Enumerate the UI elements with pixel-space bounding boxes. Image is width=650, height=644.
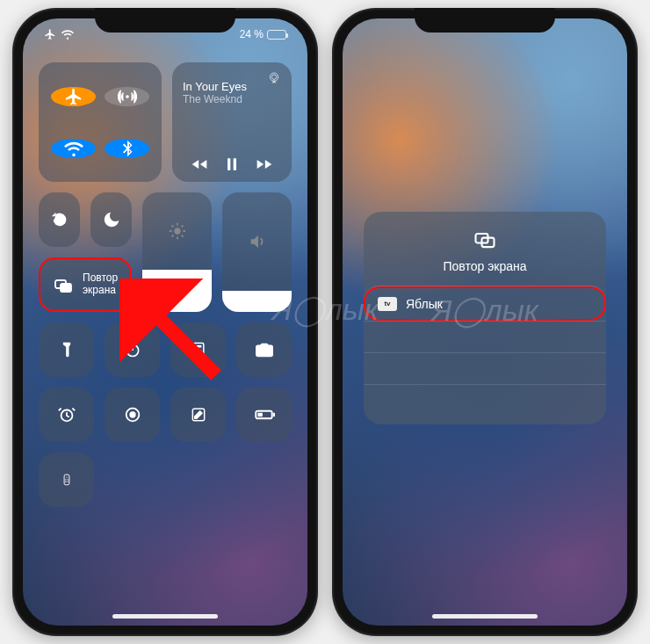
now-playing-artist: The Weeknd: [183, 93, 281, 105]
svg-point-6: [174, 228, 180, 235]
svg-rect-34: [65, 479, 66, 480]
bluetooth-toggle[interactable]: [105, 139, 149, 158]
svg-rect-31: [257, 413, 262, 416]
airplay-icon: [267, 71, 281, 85]
rewind-button[interactable]: [191, 156, 208, 173]
home-indicator[interactable]: [432, 614, 538, 619]
do-not-disturb-button[interactable]: [90, 192, 132, 247]
svg-rect-3: [58, 217, 61, 222]
svg-point-19: [198, 350, 199, 351]
low-power-button[interactable]: [236, 387, 292, 442]
notch: [415, 8, 555, 33]
svg-rect-36: [65, 481, 66, 482]
panel-title: Повтор экрана: [443, 259, 526, 273]
svg-point-20: [199, 350, 201, 351]
camera-button[interactable]: [236, 322, 292, 377]
svg-point-1: [270, 73, 278, 81]
calculator-button[interactable]: [170, 322, 226, 377]
svg-point-0: [126, 95, 129, 98]
battery-percent: 24 %: [240, 28, 264, 40]
airplane-status-icon: [44, 28, 56, 40]
cellular-toggle[interactable]: [105, 87, 149, 106]
brightness-slider[interactable]: [142, 192, 212, 312]
screen-right: Повтор экрана tv Яблык Я◯лык: [343, 18, 627, 626]
now-playing-tile[interactable]: In Your Eyes The Weeknd: [172, 62, 292, 182]
phone-left: 24 %: [12, 8, 318, 636]
forward-button[interactable]: [256, 156, 273, 173]
list-row: [364, 321, 606, 352]
screen-record-button[interactable]: [105, 387, 160, 442]
svg-line-13: [171, 235, 173, 237]
svg-rect-37: [67, 481, 68, 482]
svg-line-12: [181, 235, 183, 237]
list-row: [364, 384, 606, 416]
notes-button[interactable]: [170, 387, 226, 442]
apple-tv-remote-button[interactable]: [39, 452, 94, 507]
timer-button[interactable]: [105, 322, 160, 377]
battery-icon: [267, 30, 286, 40]
svg-rect-17: [195, 345, 201, 348]
airplay-device-row[interactable]: tv Яблык: [364, 286, 606, 321]
home-indicator[interactable]: [112, 614, 218, 619]
airplane-mode-toggle[interactable]: [51, 87, 96, 106]
svg-point-21: [195, 352, 197, 354]
wifi-status-icon: [61, 28, 74, 40]
svg-point-22: [198, 352, 199, 354]
svg-rect-30: [272, 413, 274, 416]
screen-mirroring-button[interactable]: Повтор экрана: [39, 257, 132, 312]
device-name: Яблык: [406, 297, 443, 311]
screen-mirroring-panel: Повтор экрана tv Яблык: [364, 212, 606, 424]
svg-line-14: [181, 226, 183, 228]
svg-line-11: [171, 226, 173, 228]
svg-point-2: [271, 75, 276, 79]
svg-point-27: [129, 411, 135, 417]
apple-tv-icon: tv: [378, 297, 397, 311]
screen-mirroring-icon: [53, 274, 74, 295]
list-row: [364, 352, 606, 384]
svg-point-18: [195, 350, 197, 351]
pause-button[interactable]: [223, 156, 241, 173]
svg-point-23: [199, 352, 201, 354]
connectivity-group: [39, 62, 162, 182]
svg-rect-35: [67, 479, 68, 480]
volume-slider[interactable]: [222, 192, 292, 312]
rotation-lock-button[interactable]: [39, 192, 80, 247]
svg-rect-32: [64, 474, 69, 485]
screen-mirroring-label: Повтор экрана: [83, 272, 118, 297]
screen-mirroring-icon: [473, 228, 497, 252]
notch: [95, 8, 235, 33]
svg-point-33: [66, 477, 67, 478]
control-center: In Your Eyes The Weeknd: [39, 62, 292, 507]
svg-rect-5: [61, 284, 71, 292]
alarm-button[interactable]: [39, 387, 94, 442]
wifi-toggle[interactable]: [51, 139, 96, 158]
flashlight-button[interactable]: [39, 322, 94, 377]
screen-left: 24 %: [23, 18, 307, 626]
phone-right: Повтор экрана tv Яблык Я◯лык: [332, 8, 638, 636]
